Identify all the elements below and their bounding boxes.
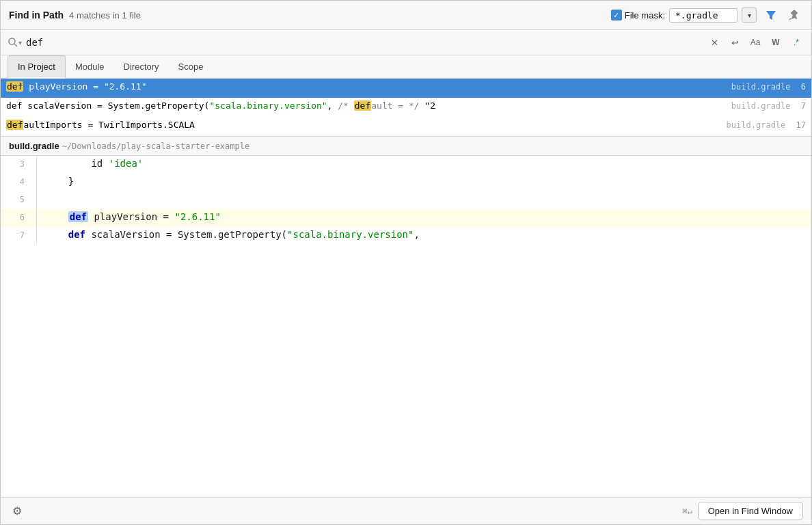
file-mask-group: ✓ File mask: ▾ <box>611 8 757 23</box>
regex-icon: .* <box>794 38 799 47</box>
line-content: def playVersion = "2.6.11" <box>37 209 229 224</box>
result-file-name: build.gradle <box>731 82 791 92</box>
file-mask-label: File mask: <box>625 10 665 21</box>
svg-point-2 <box>9 38 15 44</box>
dropdown-arrow-icon: ▾ <box>748 12 751 19</box>
code-line-5: 5 <box>1 191 811 209</box>
filter-icon <box>765 9 777 21</box>
tab-module-label: Module <box>75 62 105 72</box>
line-gutter <box>31 156 37 174</box>
result-text-mid: , <box>327 100 338 111</box>
header-bar: Find in Path 4 matches in 1 file ✓ File … <box>1 1 811 30</box>
tab-in-project-label: In Project <box>18 62 55 72</box>
open-in-find-window-btn[interactable]: Open in Find Window <box>698 502 803 520</box>
result-row[interactable]: def scalaVersion = System.getProperty("s… <box>1 98 811 117</box>
search-input[interactable] <box>26 37 702 48</box>
result-file-name: build.gradle <box>727 120 786 130</box>
file-mask-input[interactable] <box>669 8 737 23</box>
result-line-number: 7 <box>796 101 806 111</box>
result-line-number: 6 <box>796 82 806 92</box>
result-text-end: "2 <box>420 100 435 111</box>
find-in-path-title: Find in Path <box>9 10 64 21</box>
svg-line-3 <box>14 44 17 46</box>
filter-icon-btn[interactable] <box>762 6 780 24</box>
result-file-name: build.gradle <box>731 101 791 111</box>
undo-btn[interactable]: ↩ <box>727 34 743 51</box>
result-content: def playVersion = "2.6.11" <box>6 81 731 92</box>
preview-filepath: ~/Downloads/play-scala-starter-example <box>62 142 250 151</box>
svg-line-1 <box>789 18 791 20</box>
checkbox-check-icon: ✓ <box>613 12 619 19</box>
code-line-7: 7 def scalaVersion = System.getProperty(… <box>1 227 811 245</box>
keyword-highlight: def <box>68 211 88 222</box>
result-comment-after: ault = */ <box>371 100 419 111</box>
line-number: 4 <box>1 175 31 189</box>
undo-icon: ↩ <box>731 38 739 48</box>
result-string: "scala.binary.version" <box>209 100 327 111</box>
search-bar: ▾ ✕ ↩ Aa W .* <box>1 30 811 55</box>
tabs-bar: In Project Module Directory Scope <box>1 55 811 79</box>
match-case-icon: Aa <box>750 38 761 47</box>
string-value: "2.6.11" <box>174 211 220 222</box>
search-actions: ✕ ↩ Aa W .* <box>706 34 804 51</box>
line-gutter <box>31 174 37 191</box>
footer-bar: ⚙ ⌘↵ Open in Find Window <box>1 497 811 524</box>
line-gutter <box>31 227 37 245</box>
line-number: 6 <box>1 211 31 224</box>
string-value: "scala.binary.version" <box>287 229 414 240</box>
pin-icon <box>788 9 800 21</box>
settings-btn[interactable]: ⚙ <box>9 503 25 520</box>
keyboard-shortcut: ⌘↵ <box>682 507 692 516</box>
tab-in-project[interactable]: In Project <box>8 55 66 79</box>
preview-header: build.gradle ~/Downloads/play-scala-star… <box>1 137 811 156</box>
file-mask-dropdown-btn[interactable]: ▾ <box>742 8 757 23</box>
results-container: def playVersion = "2.6.11" build.gradle … <box>1 79 811 137</box>
result-text: aultImports = TwirlImports.SCALA <box>23 120 194 130</box>
line-gutter <box>31 191 37 209</box>
search-icon <box>8 37 18 48</box>
line-number: 3 <box>1 157 31 171</box>
matches-count: 4 matches in 1 file <box>69 10 141 21</box>
result-text-before: def scalaVersion = System.getProperty( <box>6 100 209 111</box>
line-gutter <box>31 209 37 227</box>
tab-scope-label: Scope <box>178 62 204 72</box>
file-mask-checkbox[interactable]: ✓ <box>611 10 622 21</box>
clear-icon: ✕ <box>711 38 718 48</box>
tab-directory[interactable]: Directory <box>114 56 169 79</box>
settings-icon: ⚙ <box>12 504 22 517</box>
line-content: def scalaVersion = System.getProperty("s… <box>37 227 428 242</box>
tab-module[interactable]: Module <box>66 56 114 79</box>
result-text: playVersion = "2.6.11" <box>29 81 146 92</box>
code-line-4: 4 } <box>1 174 811 191</box>
whole-word-icon: W <box>772 38 779 47</box>
result-keyword-highlight: def <box>354 100 371 111</box>
regex-btn[interactable]: .* <box>788 34 804 51</box>
result-row[interactable]: defaultImports = TwirlImports.SCALA buil… <box>1 117 811 136</box>
tab-scope[interactable]: Scope <box>169 56 213 79</box>
file-mask-checkbox-container[interactable]: ✓ File mask: <box>611 10 665 21</box>
line-content <box>37 191 59 206</box>
svg-marker-0 <box>766 11 776 20</box>
string-value: 'idea' <box>109 158 144 169</box>
whole-word-btn[interactable]: W <box>768 34 784 51</box>
match-case-btn[interactable]: Aa <box>747 34 763 51</box>
line-number: 5 <box>1 193 31 206</box>
code-line-6: 6 def playVersion = "2.6.11" <box>1 209 811 227</box>
tab-directory-label: Directory <box>124 62 159 72</box>
line-number: 7 <box>1 228 31 242</box>
result-keyword-highlight: def <box>6 120 23 130</box>
result-line-number: 17 <box>791 120 806 130</box>
line-content: } <box>37 174 82 189</box>
result-row[interactable]: def playVersion = "2.6.11" build.gradle … <box>1 79 811 98</box>
result-content: def scalaVersion = System.getProperty("s… <box>6 100 731 111</box>
result-comment: /* <box>338 100 353 111</box>
clear-search-btn[interactable]: ✕ <box>706 34 722 51</box>
search-arrow-icon: ▾ <box>18 39 22 46</box>
code-area[interactable]: 3 id 'idea' 4 } 5 6 def <box>1 156 811 497</box>
pin-icon-btn[interactable] <box>785 6 803 24</box>
preview-area: build.gradle ~/Downloads/play-scala-star… <box>1 137 811 497</box>
result-content: defaultImports = TwirlImports.SCALA <box>6 120 727 130</box>
keyword: def <box>68 229 85 240</box>
line-content: id 'idea' <box>37 156 151 171</box>
preview-filename: build.gradle <box>9 141 59 151</box>
